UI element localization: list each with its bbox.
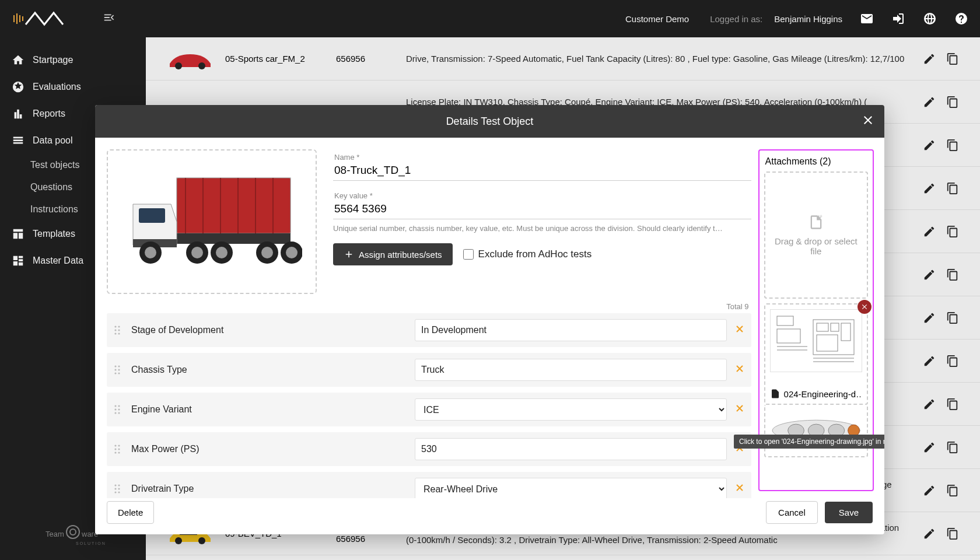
drag-handle-icon[interactable] (113, 444, 122, 454)
svg-point-57 (118, 412, 120, 414)
svg-rect-28 (139, 208, 165, 223)
svg-point-43 (118, 329, 120, 331)
svg-point-69 (118, 491, 120, 493)
attribute-row: Stage of Development (107, 313, 751, 347)
attribute-label: Chassis Type (129, 365, 408, 375)
help-icon[interactable] (954, 12, 968, 26)
drag-handle-icon[interactable] (113, 365, 122, 375)
svg-point-62 (114, 452, 116, 453)
svg-point-39 (286, 247, 298, 258)
key-value-field[interactable]: Key value * (333, 188, 751, 219)
svg-point-68 (114, 491, 116, 493)
attachment-tooltip: Click to open '024-Engineering-drawing.j… (734, 435, 884, 449)
svg-point-41 (118, 326, 120, 327)
drag-handle-icon[interactable] (113, 404, 122, 415)
svg-point-33 (191, 247, 203, 258)
attachment-card[interactable]: 024-Engineering-d… (764, 303, 868, 405)
svg-point-66 (114, 488, 116, 489)
svg-point-61 (118, 448, 120, 450)
attribute-label: Drivetrain Type (129, 484, 408, 494)
svg-point-64 (114, 484, 116, 486)
exclude-adhoc-checkbox[interactable]: Exclude from AdHoc tests (463, 249, 592, 260)
name-field-label: Name * (334, 153, 750, 162)
attribute-label: Max Power (PS) (129, 444, 408, 454)
truck-image (121, 172, 302, 271)
topbar: Customer Demo Logged in as: Benjamin Hig… (0, 0, 980, 37)
details-modal: Details Test Object (95, 105, 884, 534)
name-input[interactable] (334, 164, 750, 177)
svg-point-65 (118, 484, 120, 486)
svg-point-45 (118, 332, 120, 334)
svg-point-44 (114, 332, 116, 334)
delete-button[interactable]: Delete (107, 501, 154, 524)
svg-point-53 (118, 405, 120, 407)
svg-text:+: + (820, 214, 822, 219)
svg-point-56 (114, 412, 116, 414)
attachment-preview (770, 309, 862, 372)
attribute-label: Engine Variant (129, 404, 408, 415)
assign-attributes-button[interactable]: Assign attributes/sets (333, 243, 453, 265)
attachments-title: Attachments (2) (762, 154, 870, 172)
svg-point-60 (114, 448, 116, 450)
modal-title: Details Test Object (446, 116, 534, 128)
key-value-field-label: Key value * (334, 191, 750, 200)
sidebar-toggle-icon[interactable] (103, 11, 116, 26)
cancel-button[interactable]: Cancel (766, 501, 818, 524)
svg-point-58 (114, 444, 116, 446)
svg-point-55 (118, 408, 120, 410)
svg-point-59 (118, 444, 120, 446)
attributes-total: Total 9 (107, 302, 749, 311)
svg-point-63 (118, 452, 120, 453)
attribute-label: Stage of Development (129, 325, 408, 335)
attribute-row: Drivetrain Type Rear-Wheel Drive (107, 472, 751, 498)
svg-point-50 (114, 372, 116, 374)
file-add-icon: + (808, 214, 824, 230)
attribute-remove-button[interactable] (734, 363, 746, 377)
key-value-input[interactable] (334, 202, 750, 215)
svg-point-37 (261, 247, 273, 258)
close-button[interactable] (861, 113, 875, 130)
attribute-remove-button[interactable] (734, 323, 746, 337)
attribute-remove-button[interactable] (734, 482, 746, 496)
svg-point-40 (114, 326, 116, 327)
svg-point-48 (114, 369, 116, 370)
mail-icon[interactable] (860, 12, 874, 26)
logout-icon[interactable] (891, 12, 905, 26)
save-button[interactable]: Save (825, 502, 873, 523)
attachments-dropzone[interactable]: + Drag & drop or select file (764, 172, 868, 299)
attribute-row: Max Power (PS) (107, 432, 751, 466)
logged-in-as-label: Logged in as: (710, 14, 762, 24)
customer-label: Customer Demo (625, 14, 689, 24)
attachment-filename: 024-Engineering-d… (770, 388, 862, 399)
svg-point-42 (114, 329, 116, 331)
attribute-select[interactable]: Rear-Wheel Drive (415, 478, 727, 498)
attribute-input[interactable] (415, 438, 727, 460)
attribute-input[interactable] (415, 359, 727, 381)
globe-icon[interactable] (923, 12, 937, 26)
file-icon (770, 388, 780, 399)
svg-point-47 (118, 365, 120, 367)
svg-point-52 (114, 405, 116, 407)
svg-point-51 (118, 372, 120, 374)
attribute-row: Engine Variant ICE (107, 393, 751, 426)
svg-point-49 (118, 369, 120, 370)
svg-point-46 (114, 365, 116, 367)
drag-handle-icon[interactable] (113, 325, 122, 335)
attribute-remove-button[interactable] (734, 402, 746, 416)
modal-backdrop: Details Test Object (0, 37, 980, 560)
object-image-dropzone[interactable] (107, 149, 317, 294)
svg-point-31 (145, 247, 156, 258)
key-value-hint: Unique serial number, chassis number, ke… (333, 224, 751, 233)
attribute-input[interactable] (415, 319, 727, 341)
drag-handle-icon[interactable] (113, 484, 122, 494)
attribute-select[interactable]: ICE (415, 398, 727, 421)
app-logo (12, 8, 64, 29)
modal-header: Details Test Object (95, 105, 884, 138)
svg-point-67 (118, 488, 120, 489)
name-field[interactable]: Name * (333, 149, 751, 181)
attribute-row: Chassis Type (107, 353, 751, 387)
attachment-card[interactable] (764, 405, 868, 457)
attachment-delete-button[interactable] (858, 300, 872, 314)
svg-point-54 (114, 408, 116, 410)
svg-point-35 (216, 247, 228, 258)
